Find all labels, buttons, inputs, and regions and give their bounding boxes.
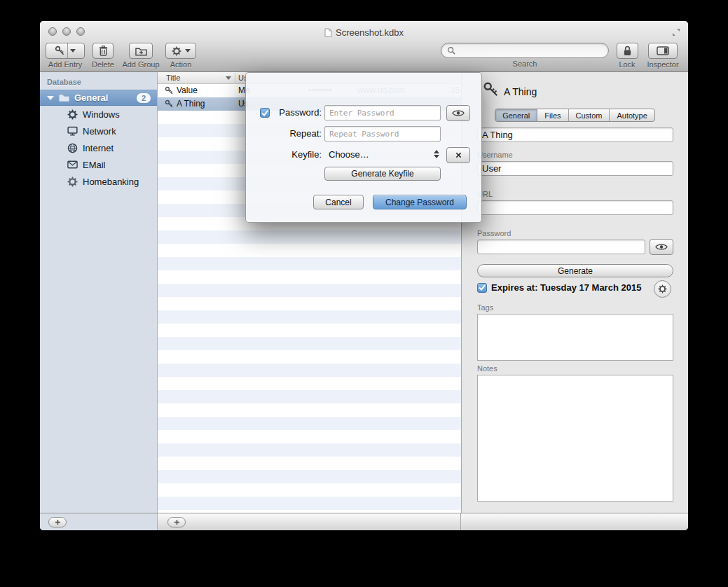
bottom-bar	[40, 513, 688, 530]
gear-icon	[658, 284, 667, 294]
eye-icon	[655, 243, 668, 251]
entry-title: A Thing	[177, 99, 205, 109]
add-group-plus-button[interactable]	[48, 517, 67, 527]
entry-list-bottom-bar	[158, 513, 461, 530]
username-field[interactable]	[477, 161, 673, 176]
tab-files[interactable]: Files	[537, 109, 568, 121]
inspector-toolbar-item: Inspector	[644, 43, 682, 69]
window-titlebar: Screenshot.kdbx	[40, 27, 688, 38]
document-proxy-icon	[324, 28, 332, 37]
dialog-keyfile-label: Keyfile:	[246, 149, 322, 160]
app-window: Screenshot.kdbx Add Entry Delete	[40, 21, 688, 530]
entry-title: Value	[177, 85, 198, 95]
password-field[interactable]	[477, 240, 645, 254]
reveal-new-password-button[interactable]	[446, 105, 470, 121]
sidebar-group-general[interactable]: General 2	[40, 90, 157, 106]
trash-icon	[99, 46, 108, 56]
inspector-panel-icon	[657, 46, 669, 55]
new-password-input[interactable]	[324, 105, 441, 120]
change-password-dialog: Password: Repeat: Keyfile: Choose… Gener…	[245, 72, 482, 223]
add-entry-plus-button[interactable]	[167, 517, 186, 527]
tab-custom[interactable]: Custom	[569, 109, 610, 121]
toolbar: Add Entry Delete Add Group Action	[40, 41, 688, 72]
gear-icon	[172, 46, 181, 56]
sidebar-item-label: Network	[83, 126, 116, 137]
sidebar-group-label: General	[74, 92, 108, 103]
sidebar-item-network[interactable]: Network	[40, 123, 157, 139]
cancel-button[interactable]: Cancel	[313, 195, 364, 209]
sidebar-item-email[interactable]: EMail	[40, 156, 157, 173]
sidebar-item-label: EMail	[83, 160, 106, 170]
plus-icon	[174, 519, 180, 525]
tags-textarea[interactable]	[477, 314, 673, 361]
title-field[interactable]	[477, 127, 673, 142]
tab-autotype[interactable]: Autotype	[610, 109, 654, 121]
sidebar-bottom-bar	[40, 513, 158, 530]
delete-button[interactable]	[92, 43, 114, 59]
notes-textarea[interactable]	[477, 375, 673, 502]
sidebar-item-homebanking[interactable]: Homebanking	[40, 173, 157, 190]
window-header: Screenshot.kdbx Add Entry Delete	[40, 21, 688, 72]
search-toolbar-item: Search	[441, 43, 609, 68]
add-group-toolbar-item: Add Group	[121, 43, 160, 69]
delete-label: Delete	[89, 60, 117, 69]
expires-label: Expires at: Tuesday 17 March 2015	[491, 282, 641, 293]
action-button[interactable]	[165, 43, 196, 59]
close-icon	[455, 152, 462, 158]
inspector-button[interactable]	[648, 43, 678, 59]
search-input[interactable]	[459, 46, 603, 55]
column-header-title[interactable]: Title	[166, 74, 180, 82]
sidebar-item-label: Internet	[83, 143, 114, 153]
generate-keyfile-button[interactable]: Generate Keyfile	[324, 167, 441, 181]
chevron-down-icon	[185, 49, 191, 53]
keyfile-popup[interactable]: Choose…	[329, 149, 369, 160]
lock-button[interactable]	[617, 43, 638, 59]
key-icon	[55, 46, 65, 56]
entry-key-icon	[483, 81, 500, 98]
group-badge: 2	[137, 93, 151, 103]
sidebar-item-internet[interactable]: Internet	[40, 139, 157, 156]
fullscreen-icon[interactable]	[671, 27, 681, 37]
add-group-label: Add Group	[121, 60, 160, 69]
change-password-button[interactable]: Change Password	[373, 195, 467, 209]
monitor-icon	[67, 126, 78, 136]
add-group-button[interactable]	[129, 43, 153, 59]
disclosure-triangle-icon[interactable]	[47, 96, 54, 100]
plus-icon	[55, 519, 61, 525]
dialog-password-label: Password:	[246, 107, 322, 118]
popup-stepper-icon[interactable]	[434, 150, 439, 158]
password-settings-button[interactable]	[654, 280, 671, 298]
sidebar-item-label: Homebanking	[83, 177, 139, 187]
generate-button-label: Generate	[558, 266, 593, 276]
add-entry-button[interactable]	[46, 43, 85, 59]
gear-icon	[67, 177, 78, 187]
url-field[interactable]	[477, 200, 673, 215]
dialog-repeat-label: Repeat:	[246, 128, 322, 139]
folder-icon	[58, 93, 70, 102]
lock-label: Lock	[614, 60, 640, 69]
search-field[interactable]	[441, 43, 609, 58]
repeat-password-input[interactable]	[324, 126, 441, 141]
chevron-down-icon	[70, 49, 76, 53]
delete-toolbar-item: Delete	[89, 43, 117, 69]
expires-row: Expires at: Tuesday 17 March 2015	[477, 282, 641, 293]
expires-checkbox[interactable]	[477, 283, 487, 293]
sidebar-item-windows[interactable]: Windows	[40, 106, 157, 123]
button-divider	[67, 43, 68, 58]
inspector-label: Inspector	[644, 60, 682, 69]
generate-button[interactable]: Generate	[477, 264, 673, 277]
action-label: Action	[165, 60, 197, 69]
add-entry-label: Add Entry	[45, 60, 85, 69]
clear-keyfile-button[interactable]	[446, 147, 470, 163]
password-label: Password	[477, 229, 511, 237]
globe-icon	[67, 143, 78, 153]
envelope-icon	[67, 160, 78, 169]
repeat-row: Repeat:	[246, 126, 481, 141]
column-separator[interactable]	[235, 73, 235, 83]
generate-keyfile-label: Generate Keyfile	[351, 169, 413, 179]
reveal-password-button[interactable]	[650, 239, 673, 255]
tab-general[interactable]: General	[495, 109, 537, 121]
sidebar-section-header: Database	[40, 72, 157, 90]
gear-icon	[67, 109, 78, 120]
sort-indicator-icon	[226, 76, 231, 80]
